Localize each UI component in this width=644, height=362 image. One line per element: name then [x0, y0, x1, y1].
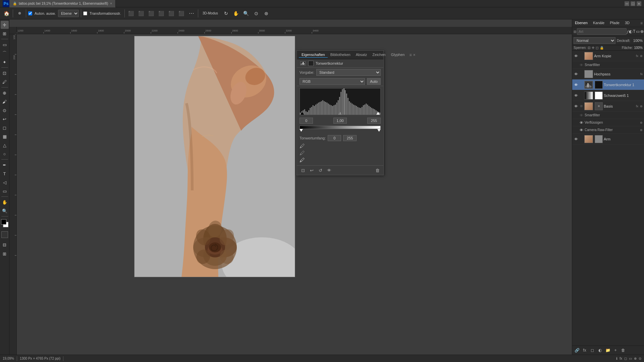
prop-clip-btn[interactable]: ⊡ [300, 167, 306, 174]
tool-marquee[interactable]: ▭ [1, 41, 9, 49]
properties-panel-close[interactable]: × [413, 53, 415, 57]
lock-artboard-icon[interactable]: ◻ [596, 46, 598, 50]
tool-shape[interactable]: ▭ [1, 187, 9, 195]
layers-panel-options[interactable]: ≡ [639, 19, 644, 27]
transform-checkbox[interactable] [83, 11, 87, 15]
eyedropper-shadow-btn[interactable]: 🖊 [300, 143, 305, 149]
tool-zoom[interactable]: 🔍 [1, 207, 9, 215]
autoselect-mode[interactable]: Ebene [58, 10, 79, 17]
layer-mode-select[interactable]: Normal [574, 37, 615, 44]
home-btn[interactable]: 🏠 [2, 9, 11, 18]
tool-eraser[interactable]: ◻ [1, 124, 9, 132]
layer-item-arm-kopie[interactable]: 👁 Arm Kopie fx ⊛ [572, 51, 644, 61]
tab-zeichen[interactable]: Zeichen [370, 52, 388, 58]
tool-move[interactable]: ✛ [1, 21, 9, 29]
level-input-black[interactable]: 0 [300, 118, 313, 124]
output-handle-left[interactable] [300, 129, 303, 132]
layer-item-basis[interactable]: 👁 ⊡ ⊕ Basis fx ⊛ [572, 101, 644, 112]
tool-options-btn[interactable]: ⊕ [15, 9, 24, 18]
status-fx[interactable]: fx [620, 357, 622, 360]
layer-item-hochpass[interactable]: 👁 Hochpass fx [572, 69, 644, 79]
align-bottom-btn[interactable]: ⬛ [177, 9, 186, 18]
tool-gradient[interactable]: ▦ [1, 132, 9, 140]
level-input-mid[interactable]: 1,00 [333, 118, 347, 124]
tool-text[interactable]: T [1, 170, 9, 178]
filter-type-btn[interactable]: T [633, 28, 635, 35]
layer-visibility-basis[interactable]: 👁 [574, 104, 578, 109]
layer-item-arm[interactable]: 👁 Arm [572, 134, 644, 144]
tab-ebenen[interactable]: Ebenen [572, 19, 590, 27]
layer-visibility-tonwert[interactable]: 👁 [574, 82, 578, 87]
channel-select[interactable]: RGB [300, 78, 365, 85]
layer-item-smartfilter-2[interactable]: 👁 Smartfilter [572, 112, 644, 119]
prop-reset-btn[interactable]: ↺ [317, 167, 324, 174]
opacity-value[interactable]: 100% [631, 39, 643, 43]
layer-visibility-hochpass[interactable]: 👁 [574, 72, 578, 76]
close-btn[interactable]: × [637, 1, 641, 6]
prop-delete-btn[interactable]: 🗑 [374, 167, 381, 174]
layer-visibility-arm[interactable]: 👁 [574, 137, 578, 141]
tool-stamp[interactable]: ⊙ [1, 106, 9, 114]
layer-visibility-sf2[interactable]: 👁 [579, 113, 584, 118]
preset-select[interactable]: Standard [316, 69, 381, 76]
foreground-color[interactable] [1, 219, 6, 225]
layer-item-verfluessigen[interactable]: 👁 Verflüssigen ⊛ [572, 119, 644, 126]
layer-mask-btn[interactable]: ◻ [589, 347, 596, 354]
maximize-btn[interactable]: □ [631, 1, 635, 6]
eyedropper-highlight-btn[interactable]: 🖊 [300, 157, 305, 163]
align-left-btn[interactable]: ⬛ [127, 9, 136, 18]
fill-value[interactable]: 100% [634, 46, 643, 50]
lock-all-icon[interactable]: 🔒 [600, 46, 604, 50]
layer-delete-btn[interactable]: 🗑 [620, 347, 627, 354]
layer-item-tonwert[interactable]: 👁 Tonwertkorrektur 1 [572, 79, 644, 90]
align-top-btn[interactable]: ⬛ [157, 9, 166, 18]
prop-visibility-btn[interactable]: 👁 [326, 167, 332, 174]
align-center-btn[interactable]: ⬛ [137, 9, 146, 18]
level-input-white[interactable]: 255 [367, 118, 381, 124]
layer-link-btn[interactable]: 🔗 [574, 347, 580, 354]
tool-history-brush[interactable]: ↩ [1, 115, 9, 123]
auto-button[interactable]: Auto [367, 78, 381, 85]
layer-visibility-sf1[interactable]: 👁 [579, 63, 584, 67]
layer-item-schwarzweiss[interactable]: 👁 Schwarzweiß 1 [572, 90, 644, 101]
eyedropper-midtone-btn[interactable]: 🖊 [300, 150, 305, 156]
lock-pos-icon[interactable]: ✛ [592, 46, 594, 50]
pan-btn[interactable]: ✋ [232, 9, 240, 18]
tool-crop[interactable]: ⊡ [1, 69, 9, 77]
layer-adj-btn[interactable]: ◐ [597, 347, 603, 354]
tool-hand[interactable]: ✋ [1, 198, 9, 206]
layer-visibility-cr[interactable]: 👁 [579, 128, 584, 132]
rotate-view-btn[interactable]: ⊞ [1, 250, 9, 258]
document-tab-close[interactable]: × [110, 2, 112, 5]
align-middle-btn[interactable]: ⬛ [167, 9, 176, 18]
3d-mode-btn[interactable]: 3D-Modus [200, 9, 220, 18]
rotate-btn[interactable]: ↻ [222, 9, 230, 18]
lock-pixels-icon[interactable]: ⊡ [588, 46, 590, 50]
layer-visibility-vf[interactable]: 👁 [579, 120, 584, 125]
histogram-highlight-handle[interactable] [376, 112, 380, 115]
zoom-btn-3d[interactable]: 🔍 [242, 9, 251, 18]
tool-lasso[interactable]: ⌒ [1, 49, 9, 57]
orbit-btn[interactable]: ⊙ [252, 9, 261, 18]
layer-item-smartfilter-1[interactable]: 👁 Smartfilter [572, 61, 644, 69]
layer-visibility-sw[interactable]: 👁 [574, 93, 578, 98]
filter-shape-btn[interactable]: ▭ [636, 28, 640, 35]
histogram-shadow-handle[interactable] [301, 112, 304, 115]
3d-extra-btn[interactable]: ⊛ [262, 9, 271, 18]
tool-path-select[interactable]: ◁ [1, 178, 9, 186]
tonwert-input-low[interactable]: 0 [328, 135, 341, 141]
minimize-btn[interactable]: ─ [625, 1, 629, 6]
tool-dodge[interactable]: ○ [1, 150, 9, 158]
tab-pfade[interactable]: Pfade [607, 19, 622, 27]
tonwert-input-high[interactable]: 255 [343, 135, 357, 141]
tool-heal[interactable]: ⊕ [1, 89, 9, 97]
canvas-viewport[interactable] [17, 34, 572, 355]
layer-fx-btn[interactable]: fx [581, 347, 588, 354]
tool-pen[interactable]: ✒ [1, 161, 9, 169]
tab-kanaele[interactable]: Kanäle [590, 19, 607, 27]
tab-glyphen[interactable]: Glyphen [388, 52, 407, 58]
quick-mask-btn[interactable] [1, 231, 8, 238]
tab-absatz[interactable]: Absatz [353, 52, 370, 58]
layer-new-btn[interactable]: + [612, 347, 619, 354]
tool-blur[interactable]: △ [1, 141, 9, 149]
